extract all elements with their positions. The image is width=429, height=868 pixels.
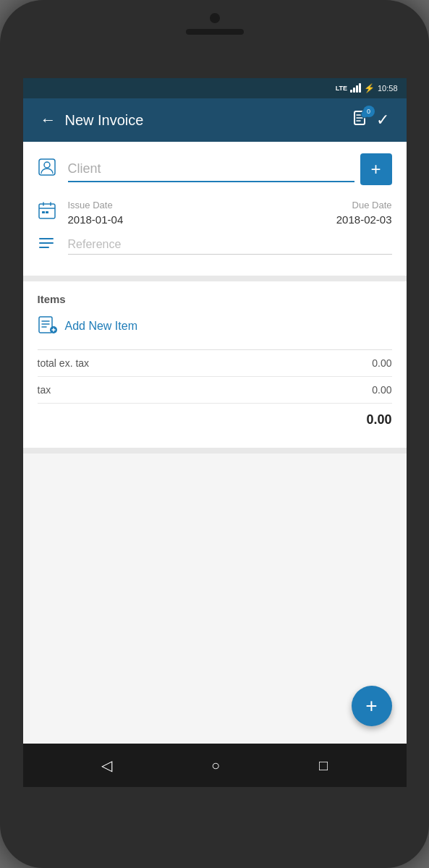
tax-row: tax 0.00 xyxy=(38,377,392,404)
form-content: + Issue Dat xyxy=(23,142,407,744)
total-ex-tax-value: 0.00 xyxy=(372,357,391,369)
client-row: + xyxy=(38,153,392,185)
svg-point-3 xyxy=(44,162,50,168)
phone-top xyxy=(0,0,429,65)
time-display: 10:58 xyxy=(378,84,398,93)
person-icon xyxy=(38,158,58,181)
navigation-bar: ◁ ○ □ xyxy=(23,744,407,787)
camera xyxy=(210,13,220,23)
date-row: Issue Date Due Date 2018-01-04 2018-02-0… xyxy=(38,194,392,229)
add-item-icon xyxy=(38,314,58,338)
add-new-item-button[interactable]: Add New Item xyxy=(38,314,392,338)
items-section-label: Items xyxy=(38,293,392,305)
signal-icon xyxy=(350,84,361,93)
back-button[interactable]: ← xyxy=(35,105,62,135)
reference-input[interactable] xyxy=(68,235,392,255)
phone-screen: LTE ⚡ 10:58 ← New Invoice xyxy=(23,78,407,787)
total-ex-tax-row: total ex. tax 0.00 xyxy=(38,350,392,377)
tax-label: tax xyxy=(38,384,51,396)
phone-frame: LTE ⚡ 10:58 ← New Invoice xyxy=(0,0,429,868)
lte-icon: LTE xyxy=(336,85,347,92)
due-date-label: Due Date xyxy=(352,200,392,210)
recent-nav-button[interactable]: □ xyxy=(312,750,335,781)
client-section: + Issue Dat xyxy=(23,142,407,276)
total-ex-tax-label: total ex. tax xyxy=(38,357,90,369)
items-section: Items Add New Item total ex. tax xyxy=(23,281,407,448)
tax-value: 0.00 xyxy=(372,384,391,396)
back-nav-button[interactable]: ◁ xyxy=(94,749,119,781)
client-input[interactable] xyxy=(68,157,354,182)
date-fields: Issue Date Due Date 2018-01-04 2018-02-0… xyxy=(68,200,392,226)
bottom-section: + xyxy=(23,454,407,744)
svg-rect-6 xyxy=(46,211,48,213)
client-input-wrapper xyxy=(68,157,354,182)
home-nav-button[interactable]: ○ xyxy=(204,750,227,781)
status-bar: LTE ⚡ 10:58 xyxy=(23,78,407,98)
phone-bottom xyxy=(0,832,429,868)
speaker xyxy=(186,29,244,35)
reference-row xyxy=(38,229,392,264)
total-value: 0.00 xyxy=(366,412,391,427)
add-new-item-label: Add New Item xyxy=(65,320,137,333)
app-bar: ← New Invoice 0 ✓ xyxy=(23,98,407,142)
battery-icon: ⚡ xyxy=(364,83,375,93)
bottom-section-divider xyxy=(23,448,407,454)
notification-badge: 0 xyxy=(363,106,375,117)
reference-icon xyxy=(38,234,58,255)
page-title: New Invoice xyxy=(65,112,344,129)
total-row: 0.00 xyxy=(38,404,392,436)
issue-date-value[interactable]: 2018-01-04 xyxy=(68,213,124,226)
svg-rect-5 xyxy=(42,211,45,213)
notification-icon-wrapper: 0 xyxy=(344,109,370,132)
due-date-value[interactable]: 2018-02-03 xyxy=(336,213,392,226)
add-client-button[interactable]: + xyxy=(360,153,392,185)
calendar-icon xyxy=(38,201,58,224)
date-values: 2018-01-04 2018-02-03 xyxy=(68,213,392,226)
date-labels: Issue Date Due Date xyxy=(68,200,392,210)
issue-date-label: Issue Date xyxy=(68,200,113,210)
section-divider xyxy=(23,276,407,281)
fab-button[interactable]: + xyxy=(352,686,392,726)
